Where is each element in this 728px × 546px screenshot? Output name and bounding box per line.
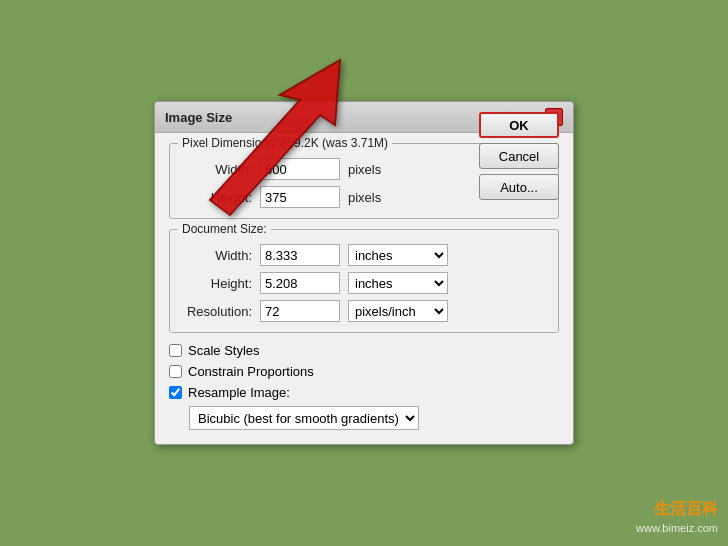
resolution-unit-select[interactable]: pixels/inch pixels/cm: [348, 300, 448, 322]
scale-styles-label: Scale Styles: [188, 343, 260, 358]
document-size-group: Document Size: Width: inches cm mm pixel…: [169, 229, 559, 333]
pixel-width-label: Width:: [180, 162, 260, 177]
pixel-width-input[interactable]: [260, 158, 340, 180]
constrain-row: Constrain Proportions: [169, 364, 559, 379]
watermark-brand: 生活百科: [636, 498, 718, 520]
watermark-url: www.bimeiz.com: [636, 521, 718, 536]
resolution-input[interactable]: [260, 300, 340, 322]
watermark: 生活百科 www.bimeiz.com: [636, 498, 718, 536]
doc-width-label: Width:: [180, 248, 260, 263]
document-size-label: Document Size:: [178, 222, 271, 236]
resample-label: Resample Image:: [188, 385, 290, 400]
pixel-height-label: Height:: [180, 190, 260, 205]
image-size-dialog: Image Size ✕ Pixel Dimensions: 659.2K (w…: [154, 101, 574, 445]
action-buttons: OK Cancel Auto...: [479, 112, 559, 200]
ok-button[interactable]: OK: [479, 112, 559, 138]
doc-height-input[interactable]: [260, 272, 340, 294]
doc-height-label: Height:: [180, 276, 260, 291]
pixel-height-unit: pixels: [348, 190, 381, 205]
pixel-height-input[interactable]: [260, 186, 340, 208]
constrain-checkbox[interactable]: [169, 365, 182, 378]
resample-row: Resample Image:: [169, 385, 559, 400]
doc-width-unit-select[interactable]: inches cm mm pixels: [348, 244, 448, 266]
doc-height-row: Height: inches cm mm pixels: [180, 272, 548, 294]
doc-height-unit-select[interactable]: inches cm mm pixels: [348, 272, 448, 294]
cancel-button[interactable]: Cancel: [479, 143, 559, 169]
scale-styles-checkbox[interactable]: [169, 344, 182, 357]
scale-styles-row: Scale Styles: [169, 343, 559, 358]
resample-checkbox[interactable]: [169, 386, 182, 399]
pixel-dimensions-label: Pixel Dimensions: 659.2K (was 3.71M): [178, 136, 392, 150]
resolution-label: Resolution:: [180, 304, 260, 319]
resolution-row: Resolution: pixels/inch pixels/cm: [180, 300, 548, 322]
auto-button[interactable]: Auto...: [479, 174, 559, 200]
doc-width-row: Width: inches cm mm pixels: [180, 244, 548, 266]
doc-width-input[interactable]: [260, 244, 340, 266]
constrain-label: Constrain Proportions: [188, 364, 314, 379]
resample-method-select[interactable]: Bicubic (best for smooth gradients) Bicu…: [189, 406, 419, 430]
dialog-title: Image Size: [165, 110, 232, 125]
pixel-width-unit: pixels: [348, 162, 381, 177]
